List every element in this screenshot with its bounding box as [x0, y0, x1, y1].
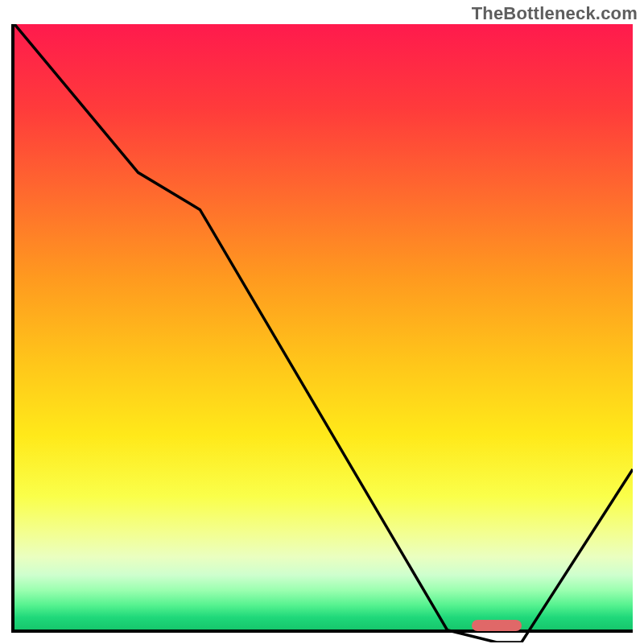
- watermark-text: TheBottleneck.com: [472, 3, 638, 24]
- plot-area: [11, 24, 633, 633]
- optimal-range-marker: [472, 620, 521, 631]
- chart-frame: TheBottleneck.com: [0, 0, 644, 644]
- bottleneck-curve: [14, 24, 633, 642]
- curve-svg: [14, 24, 633, 642]
